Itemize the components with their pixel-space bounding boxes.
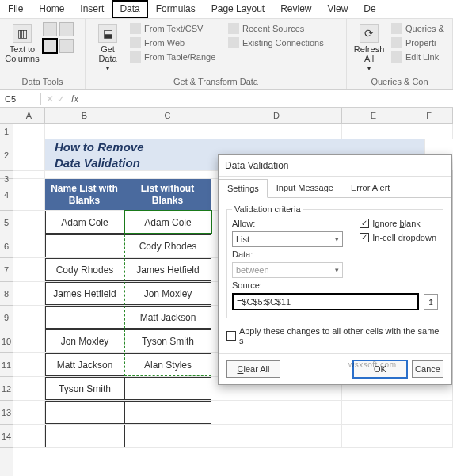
cell[interactable] (45, 171, 124, 178)
cell[interactable] (13, 282, 45, 305)
cell[interactable] (211, 124, 342, 139)
cell[interactable] (124, 171, 211, 178)
cell[interactable] (13, 306, 45, 329)
cell[interactable] (13, 124, 45, 139)
row-header[interactable]: 9 (0, 306, 13, 329)
tab-file[interactable]: File (0, 0, 31, 18)
cell[interactable] (124, 425, 211, 447)
cell-selected[interactable]: Adam Cole (124, 211, 211, 234)
cell[interactable]: Cody Rhodes (124, 234, 211, 257)
tab-page-layout[interactable]: Page Layout (204, 0, 272, 18)
from-table-range-button[interactable]: From Table/Range (128, 51, 223, 63)
apply-same-settings-checkbox[interactable]: Apply these changes to all other cells w… (226, 326, 443, 345)
cell[interactable] (405, 401, 453, 424)
allow-dropdown[interactable]: List ▾ (232, 231, 343, 247)
accept-formula-icon[interactable]: ✓ (57, 93, 65, 105)
row-header[interactable]: 14 (0, 425, 13, 448)
cell[interactable]: Jon Moxley (45, 329, 124, 352)
cell[interactable] (13, 234, 45, 257)
cell[interactable] (405, 124, 453, 139)
cell[interactable] (13, 139, 45, 170)
row-header[interactable]: 5 (0, 211, 13, 234)
row-header[interactable]: 11 (0, 353, 13, 377)
tab-data[interactable]: Data (112, 0, 147, 18)
row-header[interactable]: 3 (0, 171, 13, 179)
cell[interactable] (342, 425, 405, 447)
source-input[interactable]: =$C$5:$C$11 (232, 293, 419, 310)
tab-view[interactable]: View (320, 0, 356, 18)
cell[interactable] (45, 425, 124, 447)
flash-fill-icon[interactable] (43, 22, 57, 36)
cell[interactable]: Jon Moxley (124, 282, 211, 305)
col-header[interactable]: E (342, 108, 405, 124)
cell[interactable] (13, 353, 45, 376)
cell[interactable]: Alan Styles (124, 353, 211, 376)
col-header[interactable]: C (124, 108, 211, 124)
fx-icon[interactable]: fx (71, 93, 78, 105)
cell[interactable]: Tyson Smith (45, 377, 124, 400)
tab-review[interactable]: Review (272, 0, 319, 18)
refresh-all-button[interactable]: ⟳ Refresh All ▾ (352, 22, 386, 74)
row-header[interactable]: 10 (0, 329, 13, 353)
cell[interactable] (342, 124, 405, 139)
dialog-tab-error-alert[interactable]: Error Alert (342, 178, 399, 197)
queries-connections-button[interactable]: Queries & (390, 22, 446, 35)
recent-sources-button[interactable]: Recent Sources (226, 22, 337, 35)
remove-duplicates-icon[interactable] (59, 22, 74, 36)
get-data-button[interactable]: ⬓ Get Data ▾ (90, 22, 125, 74)
col-header[interactable]: F (405, 108, 453, 124)
edit-links-button[interactable]: Edit Link (390, 51, 446, 63)
row-header[interactable]: 1 (0, 124, 13, 139)
cell[interactable]: Matt Jackson (45, 353, 124, 376)
cell[interactable]: Cody Rhodes (45, 258, 124, 281)
cancel-formula-icon[interactable]: ✕ (46, 93, 54, 105)
cancel-button[interactable]: Cance (412, 360, 443, 378)
existing-connections-button[interactable]: Existing Connections (226, 36, 337, 49)
cell[interactable] (124, 377, 211, 400)
cell[interactable] (342, 401, 405, 424)
cell[interactable] (211, 425, 342, 447)
consolidate-icon[interactable] (59, 39, 74, 53)
dialog-tab-input-message[interactable]: Input Message (268, 178, 342, 197)
cell[interactable]: James Hetfield (45, 282, 124, 305)
tab-developer[interactable]: De (356, 0, 383, 18)
header-cell-b[interactable]: Name List with Blanks (45, 179, 124, 210)
cell[interactable] (211, 401, 342, 424)
cell[interactable]: Tyson Smith (124, 329, 211, 352)
cell[interactable] (124, 124, 211, 139)
cell[interactable] (45, 401, 124, 424)
row-header[interactable]: 13 (0, 401, 13, 425)
tab-home[interactable]: Home (31, 0, 72, 18)
row-header[interactable]: 4 (0, 179, 13, 211)
row-header[interactable]: 6 (0, 234, 13, 258)
cell[interactable]: Adam Cole (45, 211, 124, 234)
col-header[interactable]: B (45, 108, 124, 124)
cell[interactable] (13, 211, 45, 234)
text-to-columns-button[interactable]: ▥ Text to Columns (5, 22, 40, 65)
dialog-tab-settings[interactable]: Settings (219, 179, 268, 198)
cell[interactable] (13, 258, 45, 281)
cell[interactable] (124, 401, 211, 424)
col-header[interactable]: D (211, 108, 342, 124)
range-picker-button[interactable]: ↥ (424, 294, 438, 310)
cell[interactable] (45, 306, 124, 329)
cell[interactable] (13, 171, 45, 178)
from-text-csv-button[interactable]: From Text/CSV (128, 22, 223, 35)
cell[interactable] (13, 401, 45, 424)
incell-dropdown-checkbox[interactable]: ✓In-cell dropdown (360, 233, 436, 242)
col-header[interactable]: A (13, 108, 45, 124)
cell[interactable] (45, 234, 124, 257)
header-cell-c[interactable]: List without Blanks (124, 179, 211, 210)
tab-insert[interactable]: Insert (72, 0, 112, 18)
tab-formulas[interactable]: Formulas (148, 0, 204, 18)
name-box[interactable]: C5 (0, 93, 41, 105)
formula-bar[interactable] (83, 97, 453, 101)
row-header[interactable]: 2 (0, 139, 13, 171)
row-header[interactable]: 7 (0, 258, 13, 282)
ignore-blank-checkbox[interactable]: ✓Ignore blank (360, 219, 436, 228)
cell[interactable]: Matt Jackson (124, 306, 211, 329)
cell[interactable] (13, 377, 45, 400)
cell[interactable]: James Hetfield (124, 258, 211, 281)
row-header[interactable]: 8 (0, 282, 13, 306)
cell[interactable] (405, 425, 453, 447)
